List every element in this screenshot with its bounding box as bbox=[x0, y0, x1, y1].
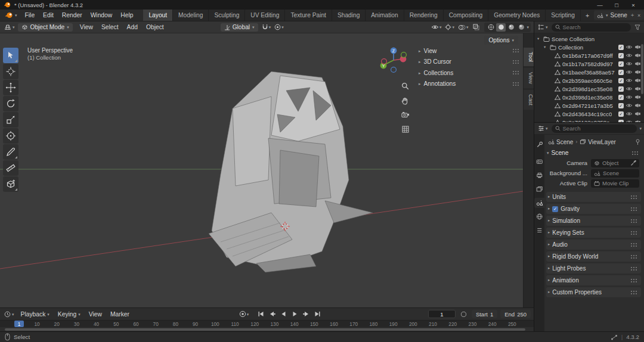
exclude-checkbox[interactable]: ✓ bbox=[618, 103, 624, 108]
exclude-checkbox[interactable]: ✓ bbox=[618, 95, 624, 100]
object-visibility-dropdown[interactable]: ▾ bbox=[431, 24, 442, 30]
drag-grip[interactable] bbox=[512, 82, 520, 86]
play-button[interactable] bbox=[290, 310, 300, 319]
tool-rotate[interactable] bbox=[3, 96, 18, 111]
panel-keying-sets[interactable]: ▸Keying Sets bbox=[546, 228, 641, 238]
exclude-checkbox[interactable]: ✓ bbox=[618, 53, 624, 58]
disable-in-renders-icon[interactable] bbox=[634, 61, 641, 66]
gizmo-x-negative[interactable] bbox=[382, 59, 387, 64]
jump-to-start-button[interactable] bbox=[256, 310, 266, 319]
frame-end-field[interactable]: End250 bbox=[500, 310, 531, 318]
background-field[interactable]: Scene bbox=[591, 169, 639, 178]
shading-material-button[interactable] bbox=[506, 23, 516, 32]
properties-tab-render[interactable] bbox=[534, 157, 544, 167]
exclude-checkbox[interactable]: ✓ bbox=[618, 111, 624, 117]
jump-to-next-keyframe-button[interactable] bbox=[301, 310, 311, 319]
blender-menu-button[interactable]: ▾ bbox=[2, 12, 21, 18]
outliner-row-object[interactable]: 0x1baeef36a88ae57✓ bbox=[534, 68, 644, 76]
hide-in-viewport-icon[interactable] bbox=[626, 78, 633, 83]
region-tab-view[interactable]: View bbox=[524, 68, 534, 88]
viewport-menu-select[interactable]: Select bbox=[97, 23, 123, 32]
proportional-editing-dropdown[interactable]: ▾ bbox=[274, 24, 284, 30]
disable-in-renders-icon[interactable] bbox=[634, 95, 641, 100]
workspace-tab-uv-editing[interactable]: UV Editing bbox=[245, 10, 285, 21]
menu-render[interactable]: Render bbox=[58, 11, 86, 20]
editor-type-button[interactable]: ▾ bbox=[537, 125, 549, 132]
disable-in-renders-icon[interactable] bbox=[634, 86, 641, 91]
hide-in-viewport-icon[interactable] bbox=[626, 61, 633, 66]
playhead[interactable]: 1 bbox=[14, 321, 24, 327]
show-gizmo-dropdown[interactable]: ▾ bbox=[445, 24, 454, 30]
breadcrumb-viewlayer[interactable]: ViewLayer bbox=[580, 139, 616, 145]
drag-grip[interactable] bbox=[630, 207, 638, 212]
editor-type-button[interactable]: ▾ bbox=[537, 23, 549, 31]
outliner-row-object[interactable]: 0x2b359aec660c5e✓ bbox=[534, 76, 644, 85]
pin-icon[interactable] bbox=[635, 139, 640, 145]
xray-toggle[interactable] bbox=[472, 23, 481, 31]
active-clip-field[interactable]: Movie Clip bbox=[591, 179, 639, 188]
frame-start-field[interactable]: Start1 bbox=[472, 310, 497, 318]
gravity-checkbox[interactable]: ✓ bbox=[552, 206, 558, 212]
panel-simulation[interactable]: ▸Simulation bbox=[546, 216, 641, 226]
properties-tab-world[interactable] bbox=[534, 212, 544, 222]
workspace-tab-modeling[interactable]: Modeling bbox=[173, 10, 209, 21]
hide-in-viewport-icon[interactable] bbox=[626, 120, 633, 122]
sidebar-panel-3d-cursor[interactable]: ▸3D Cursor bbox=[419, 57, 520, 68]
hide-in-viewport-icon[interactable] bbox=[626, 86, 633, 91]
camera-field[interactable]: Object bbox=[591, 159, 639, 167]
minimize-button[interactable]: — bbox=[597, 2, 603, 8]
drag-grip[interactable] bbox=[512, 60, 520, 64]
properties-tab-tool[interactable] bbox=[534, 139, 544, 150]
hide-in-viewport-icon[interactable] bbox=[626, 70, 633, 74]
transform-orientation-dropdown[interactable]: Global ▾ bbox=[221, 23, 258, 32]
workspace-tab-geometry-nodes[interactable]: Geometry Nodes bbox=[488, 10, 546, 21]
disable-in-renders-icon[interactable] bbox=[634, 120, 641, 122]
scene-selector[interactable]: ▾ Scene ＋ × bbox=[594, 11, 643, 20]
region-tab-cast[interactable]: Cast bbox=[524, 90, 534, 110]
tool-move[interactable] bbox=[3, 80, 18, 95]
workspace-tab-sculpting[interactable]: Sculpting bbox=[209, 10, 245, 21]
eyedropper-icon[interactable] bbox=[630, 160, 636, 166]
sidebar-panel-collections[interactable]: ▸Collections bbox=[419, 67, 520, 79]
disable-in-renders-icon[interactable] bbox=[634, 103, 641, 108]
maximize-button[interactable]: □ bbox=[614, 2, 620, 8]
drag-grip[interactable] bbox=[512, 48, 520, 53]
panel-rigid-body-world[interactable]: ▸Rigid Body World bbox=[546, 251, 641, 262]
drag-grip[interactable] bbox=[630, 195, 638, 200]
disable-in-renders-icon[interactable] bbox=[634, 53, 641, 58]
tool-scale[interactable] bbox=[3, 112, 18, 128]
properties-search-input[interactable]: Search bbox=[552, 125, 637, 133]
exclude-checkbox[interactable]: ✓ bbox=[618, 61, 624, 67]
keying-set-button[interactable] bbox=[459, 310, 468, 318]
exclude-checkbox[interactable]: ✓ bbox=[618, 120, 624, 123]
gizmo-y-negative[interactable] bbox=[401, 52, 407, 58]
chevron-down-icon[interactable]: ▾ bbox=[639, 126, 642, 130]
show-overlays-dropdown[interactable]: ▾ bbox=[458, 24, 469, 30]
tool-add-cube[interactable] bbox=[3, 176, 18, 192]
snap-dropdown[interactable]: ▾ bbox=[262, 24, 271, 30]
hide-in-viewport-icon[interactable] bbox=[626, 111, 633, 116]
camera-view-button[interactable] bbox=[400, 110, 410, 120]
network-status-icon[interactable] bbox=[611, 334, 618, 340]
timeline-menu-keying[interactable]: Keying▾ bbox=[54, 310, 85, 319]
tool-measure[interactable] bbox=[3, 160, 18, 176]
jump-to-end-button[interactable] bbox=[312, 310, 323, 319]
play-reverse-button[interactable] bbox=[278, 310, 289, 319]
tool-cursor[interactable] bbox=[3, 64, 18, 79]
viewport-menu-view[interactable]: View bbox=[76, 23, 97, 32]
properties-tab-scene[interactable] bbox=[534, 198, 544, 208]
outliner-scrollbar[interactable] bbox=[641, 44, 643, 94]
menu-window[interactable]: Window bbox=[86, 11, 117, 20]
viewport[interactable]: User Perspective (1) Collection Options … bbox=[0, 33, 534, 307]
filter-button[interactable] bbox=[633, 24, 642, 31]
workspace-tab-rendering[interactable]: Rendering bbox=[404, 10, 444, 21]
disclosure-triangle-icon[interactable]: ▾ bbox=[544, 45, 548, 49]
auto-keying-toggle[interactable]: ▾ bbox=[239, 310, 249, 318]
hide-in-viewport-icon[interactable] bbox=[626, 45, 633, 49]
tool-transform[interactable] bbox=[3, 128, 18, 144]
exclude-checkbox[interactable]: ✓ bbox=[618, 45, 624, 50]
drag-grip[interactable] bbox=[630, 290, 638, 295]
editor-type-button[interactable]: ▾ bbox=[3, 310, 16, 318]
shading-rendered-button[interactable] bbox=[516, 23, 526, 32]
disable-in-renders-icon[interactable] bbox=[634, 78, 641, 83]
